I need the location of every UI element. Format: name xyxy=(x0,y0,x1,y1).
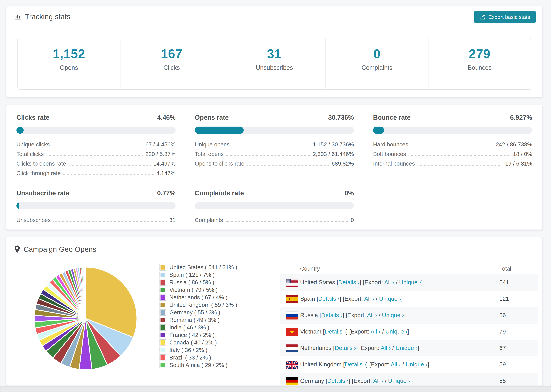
rate-detail-value: 4.147% xyxy=(156,170,176,176)
dashboard-page: Tracking stats Export basic stats 1,152O… xyxy=(0,0,551,392)
legend-label: Russia ( 86 / 5% ) xyxy=(170,279,214,286)
export-basic-stats-button[interactable]: Export basic stats xyxy=(474,11,536,23)
export-unique-link-spain[interactable]: Unique › xyxy=(379,295,401,302)
stat-value: 0 xyxy=(326,47,428,61)
legend-item-italy[interactable]: Italy ( 36 / 2% ) xyxy=(160,346,237,354)
legend-label: India ( 46 / 3% ) xyxy=(170,324,209,331)
total-cell: 55 xyxy=(499,378,538,385)
export-unique-link-united-kingdom[interactable]: Unique › xyxy=(406,361,428,368)
legend-swatch xyxy=(160,354,166,361)
total-cell: 79 xyxy=(499,328,538,335)
rate-detail-value: 18 / 0% xyxy=(513,151,532,157)
export-unique-link-netherlands[interactable]: Unique › xyxy=(396,345,418,351)
country-cell: Russia [Details ›] [Export: All › / Uniq… xyxy=(298,312,499,319)
rate-detail-row: Unique clicks167 / 4.456% xyxy=(16,138,176,148)
details-link-netherlands[interactable]: Details › xyxy=(335,345,356,351)
rate-head: Opens rate30.736% xyxy=(195,114,354,121)
details-link-united-states[interactable]: Details › xyxy=(338,279,360,286)
legend-item-india[interactable]: India ( 46 / 3% ) xyxy=(160,324,237,331)
stat-label: Bounces xyxy=(429,64,531,71)
legend-swatch xyxy=(160,324,166,331)
stat-label: Opens xyxy=(18,64,120,71)
legend-item-united-kingdom[interactable]: United Kingdom ( 59 / 3% ) xyxy=(160,301,237,308)
dotted-leader xyxy=(69,165,151,166)
export-all-link-spain[interactable]: All › xyxy=(364,295,374,302)
details-link-united-kingdom[interactable]: Details › xyxy=(345,361,366,368)
tracking-stats-card: Tracking stats Export basic stats 1,152O… xyxy=(6,6,543,98)
country-name: Germany [ xyxy=(300,378,327,384)
export-icon xyxy=(480,14,486,20)
country-name: United States [ xyxy=(300,279,338,286)
export-all-link-germany[interactable]: All › xyxy=(373,378,383,384)
legend-item-south-africa[interactable]: South Africa ( 29 / 2% ) xyxy=(160,361,237,369)
legend-label: Italy ( 36 / 2% ) xyxy=(170,347,207,353)
details-link-spain[interactable]: Details › xyxy=(318,295,340,302)
export-unique-link-russia[interactable]: Unique › xyxy=(382,312,404,318)
bracket-close: ] xyxy=(407,328,409,335)
legend-swatch xyxy=(160,279,166,286)
dotted-leader xyxy=(247,165,329,166)
legend-swatch xyxy=(160,347,166,353)
rate-block-unsubscribe: Unsubscribe rate0.77%Unsubscribes31 xyxy=(16,189,176,223)
total-cell: 59 xyxy=(499,361,538,368)
bracket-close: ] xyxy=(401,295,403,302)
legend-item-france[interactable]: France ( 42 / 2% ) xyxy=(160,331,237,339)
export-all-link-united-kingdom[interactable]: All › xyxy=(391,361,401,368)
summary-stats-row: 1,152Opens167Clicks31Unsubscribes0Compla… xyxy=(17,38,531,90)
export-all-link-vietnam[interactable]: All › xyxy=(370,328,381,335)
dotted-leader xyxy=(64,175,154,175)
geo-body: United States ( 541 / 31% )Spain ( 121 /… xyxy=(6,261,543,385)
rate-detail-row: Total opens2,303 / 61.446% xyxy=(195,148,354,157)
flag-icon-us xyxy=(286,279,298,287)
rate-title: Clicks rate xyxy=(16,114,49,121)
legend-swatch xyxy=(160,362,166,368)
rate-detail-label: Unsubscribes xyxy=(16,217,51,223)
legend-label: United States ( 541 / 31% ) xyxy=(170,264,237,270)
export-unique-link-vietnam[interactable]: Unique › xyxy=(385,328,407,335)
stat-label: Complaints xyxy=(326,64,428,71)
total-cell: 67 xyxy=(499,345,538,352)
rate-detail-row: Clicks to opens rate14.497% xyxy=(16,157,176,167)
map-pin-icon xyxy=(14,245,20,253)
legend-item-canada[interactable]: Canada ( 40 / 2% ) xyxy=(160,339,237,346)
rate-head: Unsubscribe rate0.77% xyxy=(16,189,176,197)
export-unique-link-united-states[interactable]: Unique › xyxy=(399,279,421,286)
geo-table-row-united-kingdom: United Kingdom [Details ›] [Export: All … xyxy=(280,357,538,373)
dotted-leader xyxy=(417,165,502,166)
export-button-label: Export basic stats xyxy=(488,14,530,20)
legend-item-brazil[interactable]: Brazil ( 33 / 2% ) xyxy=(160,354,237,361)
rate-title: Unsubscribe rate xyxy=(16,189,70,197)
rate-detail-label: Complaints xyxy=(195,217,223,223)
link-separator: / xyxy=(377,312,382,318)
details-link-russia[interactable]: Details › xyxy=(321,312,343,318)
rate-detail-label: Clicks to opens rate xyxy=(16,161,66,167)
export-label: ] [Export: xyxy=(340,295,364,302)
legend-item-vietnam[interactable]: Vietnam ( 79 / 5% ) xyxy=(160,286,237,294)
pie-legend: United States ( 541 / 31% )Spain ( 121 /… xyxy=(160,263,237,369)
legend-item-germany[interactable]: Germany ( 55 / 3% ) xyxy=(160,308,237,316)
legend-item-spain[interactable]: Spain ( 121 / 7% ) xyxy=(160,271,237,279)
legend-swatch xyxy=(160,287,166,293)
legend-swatch xyxy=(160,339,166,346)
country-cell: United States [Details ›] [Export: All ›… xyxy=(298,279,499,286)
geo-opens-pie-chart[interactable] xyxy=(33,266,139,371)
stat-value: 167 xyxy=(120,47,223,61)
rate-detail-value: 167 / 4.456% xyxy=(142,141,176,148)
export-all-link-netherlands[interactable]: All › xyxy=(381,345,391,351)
export-all-link-united-states[interactable]: All › xyxy=(384,279,394,286)
geo-table: Country Total United States [Details ›] … xyxy=(280,263,538,386)
rate-block-clicks: Clicks rate4.46%Unique clicks167 / 4.456… xyxy=(16,114,176,176)
details-link-germany[interactable]: Details › xyxy=(327,378,349,384)
legend-item-russia[interactable]: Russia ( 86 / 5% ) xyxy=(160,279,237,286)
details-link-vietnam[interactable]: Details › xyxy=(325,328,346,335)
legend-item-netherlands[interactable]: Netherlands ( 67 / 4% ) xyxy=(160,294,237,301)
export-unique-link-germany[interactable]: Unique › xyxy=(388,378,410,384)
rate-detail-value: 0 xyxy=(351,217,354,223)
country-cell: Netherlands [Details ›] [Export: All › /… xyxy=(298,345,499,352)
export-all-link-russia[interactable]: All › xyxy=(367,312,377,318)
stat-cell-bounces: 279Bounces xyxy=(428,38,531,89)
legend-item-romania[interactable]: Romania ( 49 / 3% ) xyxy=(160,316,237,324)
legend-item-united-states[interactable]: United States ( 541 / 31% ) xyxy=(160,263,237,271)
geo-table-rows: United States [Details ›] [Export: All ›… xyxy=(280,274,538,386)
export-label: ] [Export: xyxy=(343,312,367,318)
